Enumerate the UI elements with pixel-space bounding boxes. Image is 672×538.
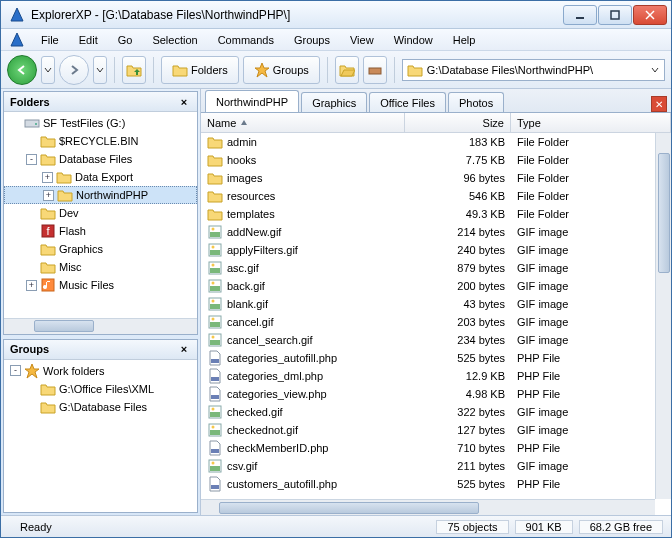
forward-button[interactable] bbox=[59, 55, 89, 85]
back-button[interactable] bbox=[7, 55, 37, 85]
svg-point-34 bbox=[212, 336, 215, 339]
folders-hscroll[interactable] bbox=[4, 318, 197, 334]
folder-tree[interactable]: SF TestFiles (G:)$RECYCLE.BIN-Database F… bbox=[4, 112, 197, 318]
address-dropdown[interactable] bbox=[648, 61, 662, 79]
file-row[interactable]: checked.gif322 bytesGIF image bbox=[201, 403, 671, 421]
folder-icon bbox=[407, 62, 423, 78]
window-title: ExplorerXP - [G:\Database Files\Northwin… bbox=[31, 8, 563, 22]
tree-item[interactable]: +Music Files bbox=[4, 276, 197, 294]
chevron-down-icon bbox=[651, 66, 659, 74]
tree-item[interactable]: -Work folders bbox=[4, 362, 197, 380]
tab-1[interactable]: Graphics bbox=[301, 92, 367, 112]
up-button[interactable] bbox=[122, 56, 146, 84]
close-button[interactable] bbox=[633, 5, 667, 25]
app-icon bbox=[9, 7, 25, 23]
svg-rect-7 bbox=[369, 68, 381, 74]
minimize-button[interactable] bbox=[563, 5, 597, 25]
list-hscroll[interactable] bbox=[201, 499, 655, 515]
menu-window[interactable]: Window bbox=[386, 32, 441, 48]
statusbar: Ready 75 objects 901 KB 68.2 GB free bbox=[1, 515, 671, 537]
col-size[interactable]: Size bbox=[405, 113, 511, 132]
svg-rect-27 bbox=[210, 304, 220, 309]
svg-rect-42 bbox=[210, 430, 220, 435]
tabstrip: NorthwindPHP Graphics Office Files Photo… bbox=[201, 89, 671, 113]
tree-item[interactable]: Graphics bbox=[4, 240, 197, 258]
menu-selection[interactable]: Selection bbox=[144, 32, 205, 48]
tree-item[interactable]: G:\Database Files bbox=[4, 398, 197, 416]
folders-panel-close[interactable]: × bbox=[177, 96, 191, 108]
tree-item[interactable]: Misc bbox=[4, 258, 197, 276]
folders-icon bbox=[172, 62, 188, 78]
col-name[interactable]: Name bbox=[201, 113, 405, 132]
svg-marker-5 bbox=[11, 33, 23, 46]
menu-view[interactable]: View bbox=[342, 32, 382, 48]
file-row[interactable]: applyFilters.gif240 bytesGIF image bbox=[201, 241, 671, 259]
file-row[interactable]: categories_autofill.php525 bytesPHP File bbox=[201, 349, 671, 367]
col-type[interactable]: Type bbox=[511, 113, 671, 132]
file-row[interactable]: back.gif200 bytesGIF image bbox=[201, 277, 671, 295]
menu-groups[interactable]: Groups bbox=[286, 32, 338, 48]
tab-close[interactable]: ✕ bbox=[651, 96, 667, 112]
file-row[interactable]: asc.gif879 bytesGIF image bbox=[201, 259, 671, 277]
groups-label: Groups bbox=[273, 64, 309, 76]
status-ready: Ready bbox=[9, 520, 63, 534]
file-row[interactable]: addNew.gif214 bytesGIF image bbox=[201, 223, 671, 241]
file-row[interactable]: images96 bytesFile Folder bbox=[201, 169, 671, 187]
menu-file[interactable]: File bbox=[33, 32, 67, 48]
tree-item[interactable]: Dev bbox=[4, 204, 197, 222]
list-vscroll[interactable] bbox=[655, 133, 671, 499]
status-free: 68.2 GB free bbox=[579, 520, 663, 534]
file-row[interactable]: csv.gif211 bytesGIF image bbox=[201, 457, 671, 475]
main-area: NorthwindPHP Graphics Office Files Photo… bbox=[201, 89, 671, 515]
groups-panel-close[interactable]: × bbox=[177, 343, 191, 355]
file-row[interactable]: resources546 KBFile Folder bbox=[201, 187, 671, 205]
titlebar: ExplorerXP - [G:\Database Files\Northwin… bbox=[1, 1, 671, 29]
file-row[interactable]: cancel_search.gif234 bytesGIF image bbox=[201, 331, 671, 349]
forward-dropdown[interactable] bbox=[93, 56, 107, 84]
file-row[interactable]: admin183 KBFile Folder bbox=[201, 133, 671, 151]
file-row[interactable]: checkMemberID.php710 bytesPHP File bbox=[201, 439, 671, 457]
tree-item[interactable]: +NorthwindPHP bbox=[4, 186, 197, 204]
tree-item[interactable]: G:\Office Files\XML bbox=[4, 380, 197, 398]
tree-item[interactable]: +Data Export bbox=[4, 168, 197, 186]
menu-edit[interactable]: Edit bbox=[71, 32, 106, 48]
tree-item[interactable]: $RECYCLE.BIN bbox=[4, 132, 197, 150]
svg-marker-6 bbox=[255, 63, 269, 77]
tab-3[interactable]: Photos bbox=[448, 92, 504, 112]
groups-toggle[interactable]: Groups bbox=[243, 56, 320, 84]
svg-rect-24 bbox=[210, 286, 220, 291]
file-row[interactable]: cancel.gif203 bytesGIF image bbox=[201, 313, 671, 331]
file-row[interactable]: customers_autofill.php525 bytesPHP File bbox=[201, 475, 671, 493]
menu-help[interactable]: Help bbox=[445, 32, 484, 48]
file-list[interactable]: admin183 KBFile Folderhooks7.75 KBFile F… bbox=[201, 133, 671, 515]
tool-button[interactable] bbox=[363, 56, 387, 84]
file-row[interactable]: hooks7.75 KBFile Folder bbox=[201, 151, 671, 169]
file-row[interactable]: templates49.3 KBFile Folder bbox=[201, 205, 671, 223]
tab-0[interactable]: NorthwindPHP bbox=[205, 90, 299, 112]
tree-item[interactable]: -Database Files bbox=[4, 150, 197, 168]
maximize-button[interactable] bbox=[598, 5, 632, 25]
file-row[interactable]: checkednot.gif127 bytesGIF image bbox=[201, 421, 671, 439]
tree-item[interactable]: SF TestFiles (G:) bbox=[4, 114, 197, 132]
svg-rect-39 bbox=[210, 412, 220, 417]
body: Folders × SF TestFiles (G:)$RECYCLE.BIN-… bbox=[1, 89, 671, 515]
groups-tree[interactable]: -Work foldersG:\Office Files\XMLG:\Datab… bbox=[4, 360, 197, 513]
tree-item[interactable]: fFlash bbox=[4, 222, 197, 240]
sort-asc-icon bbox=[240, 119, 248, 127]
file-row[interactable]: categories_dml.php12.9 KBPHP File bbox=[201, 367, 671, 385]
chevron-down-icon bbox=[44, 66, 52, 74]
svg-rect-35 bbox=[211, 359, 219, 363]
address-text: G:\Database Files\NorthwindPHP\ bbox=[427, 64, 593, 76]
tab-2[interactable]: Office Files bbox=[369, 92, 446, 112]
file-row[interactable]: blank.gif43 bytesGIF image bbox=[201, 295, 671, 313]
folders-panel-title: Folders bbox=[10, 96, 50, 108]
address-bar[interactable]: G:\Database Files\NorthwindPHP\ bbox=[402, 59, 665, 81]
menu-go[interactable]: Go bbox=[110, 32, 141, 48]
tool-icon bbox=[367, 62, 383, 78]
file-row[interactable]: categories_view.php4.98 KBPHP File bbox=[201, 385, 671, 403]
open-folder-button[interactable] bbox=[335, 56, 359, 84]
menu-commands[interactable]: Commands bbox=[210, 32, 282, 48]
back-dropdown[interactable] bbox=[41, 56, 55, 84]
folders-toggle[interactable]: Folders bbox=[161, 56, 239, 84]
left-sidebar: Folders × SF TestFiles (G:)$RECYCLE.BIN-… bbox=[1, 89, 201, 515]
